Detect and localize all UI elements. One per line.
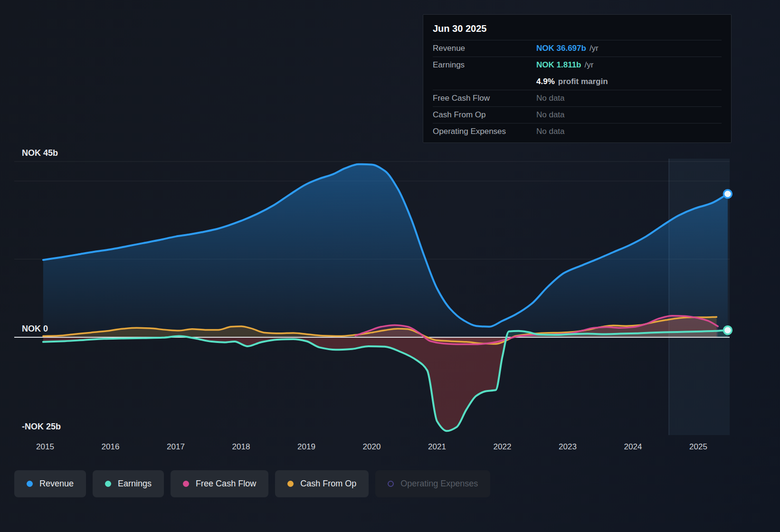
tooltip-row-earnings: Earnings NOK 1.811b/yr bbox=[433, 57, 722, 73]
revenue-label: Revenue bbox=[433, 44, 536, 53]
fcf-label: Free Cash Flow bbox=[433, 94, 536, 103]
earnings-area-negative bbox=[43, 330, 728, 431]
y-axis-label-45: NOK 45b bbox=[22, 148, 58, 158]
legend-free-cash-flow[interactable]: Free Cash Flow bbox=[171, 470, 268, 497]
x-axis-label-2017: 2017 bbox=[167, 442, 185, 451]
legend-revenue[interactable]: Revenue bbox=[14, 470, 86, 497]
fcf-value: No data bbox=[536, 94, 565, 103]
cash-from-op-legend-label: Cash From Op bbox=[300, 479, 356, 489]
revenue-color-dot bbox=[27, 481, 33, 487]
x-axis-label-2019: 2019 bbox=[297, 442, 315, 451]
legend-cash-from-op[interactable]: Cash From Op bbox=[275, 470, 369, 497]
x-axis-label-2023: 2023 bbox=[559, 442, 577, 451]
chart-legend: RevenueEarningsFree Cash FlowCash From O… bbox=[14, 470, 490, 497]
earnings-value: NOK 1.811b/yr bbox=[536, 60, 593, 70]
legend-earnings[interactable]: Earnings bbox=[93, 470, 164, 497]
opex-value: No data bbox=[536, 127, 565, 136]
cashop-value: No data bbox=[536, 110, 565, 120]
earnings-label: Earnings bbox=[433, 60, 536, 70]
tooltip-row-cash-from-op: Cash From Op No data bbox=[433, 106, 722, 123]
tooltip-date: Jun 30 2025 bbox=[433, 19, 722, 40]
operating-expenses-color-dot bbox=[388, 481, 394, 487]
x-axis-label-2016: 2016 bbox=[102, 442, 120, 451]
x-axis-label-2018: 2018 bbox=[232, 442, 250, 451]
opex-label: Operating Expenses bbox=[433, 127, 536, 136]
profit-margin-value: 4.9%profit margin bbox=[536, 77, 608, 86]
cashop-label: Cash From Op bbox=[433, 110, 536, 120]
x-axis-label-2025: 2025 bbox=[689, 442, 707, 451]
operating-expenses-legend-label: Operating Expenses bbox=[400, 479, 478, 489]
tooltip-row-revenue: Revenue NOK 36.697b/yr bbox=[433, 40, 722, 57]
tooltip-row-operating-expenses: Operating Expenses No data bbox=[433, 123, 722, 140]
earnings-color-dot bbox=[105, 481, 111, 487]
free-cash-flow-color-dot bbox=[183, 481, 189, 487]
legend-operating-expenses[interactable]: Operating Expenses bbox=[375, 470, 490, 497]
earnings-end-marker[interactable] bbox=[723, 326, 732, 334]
earnings-legend-label: Earnings bbox=[118, 479, 152, 489]
tooltip-row-free-cash-flow: Free Cash Flow No data bbox=[433, 90, 722, 106]
tooltip-row-profit-margin: 4.9%profit margin bbox=[433, 73, 722, 90]
x-axis-label-2015: 2015 bbox=[36, 442, 54, 451]
cash-from-op-color-dot bbox=[287, 481, 294, 487]
x-axis-label-2022: 2022 bbox=[494, 442, 512, 451]
revenue-area bbox=[43, 164, 728, 337]
y-axis-label--25: -NOK 25b bbox=[22, 422, 61, 431]
revenue-legend-label: Revenue bbox=[39, 479, 74, 489]
financial-history-chart-page: NOK 45bNOK 0-NOK 25b20152016201720182019… bbox=[0, 0, 780, 532]
x-axis-label-2024: 2024 bbox=[624, 442, 642, 451]
x-axis-label-2020: 2020 bbox=[363, 442, 381, 451]
revenue-end-marker[interactable] bbox=[723, 190, 732, 198]
data-inspector-tooltip: Jun 30 2025 Revenue NOK 36.697b/yr Earni… bbox=[423, 14, 732, 143]
revenue-value: NOK 36.697b/yr bbox=[536, 44, 599, 53]
free-cash-flow-legend-label: Free Cash Flow bbox=[196, 479, 256, 489]
x-axis-label-2021: 2021 bbox=[428, 442, 446, 451]
y-axis-label-0: NOK 0 bbox=[22, 324, 48, 333]
